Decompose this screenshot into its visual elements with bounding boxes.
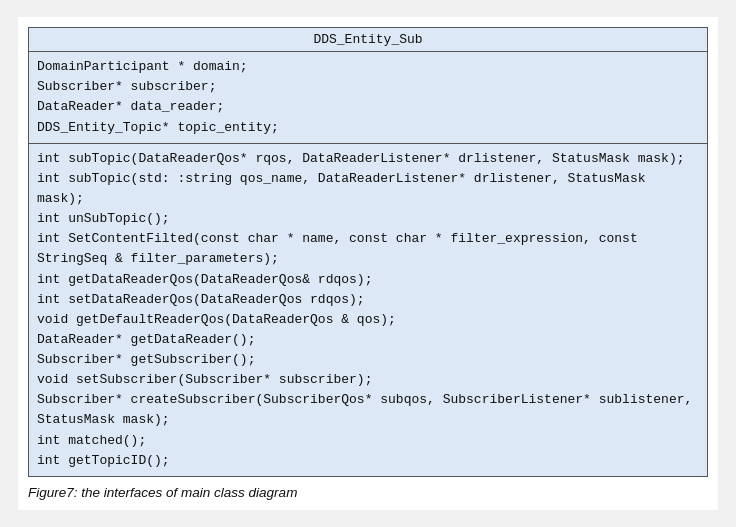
method-1: int subTopic(DataReaderQos* rqos, DataRe…: [37, 149, 699, 169]
fields-section: DomainParticipant * domain; Subscriber* …: [29, 52, 707, 144]
method-7: void getDefaultReaderQos(DataReaderQos &…: [37, 310, 699, 330]
field-3: DataReader* data_reader;: [37, 97, 699, 117]
method-6: int setDataReaderQos(DataReaderQos rdqos…: [37, 290, 699, 310]
method-12: int matched();: [37, 431, 699, 451]
methods-section: int subTopic(DataReaderQos* rqos, DataRe…: [29, 144, 707, 476]
method-3: int unSubTopic();: [37, 209, 699, 229]
field-2: Subscriber* subscriber;: [37, 77, 699, 97]
method-11: Subscriber* createSubscriber(SubscriberQ…: [37, 390, 699, 430]
method-10: void setSubscriber(Subscriber* subscribe…: [37, 370, 699, 390]
method-2: int subTopic(std: :string qos_name, Data…: [37, 169, 699, 209]
main-container: DDS_Entity_Sub DomainParticipant * domai…: [18, 17, 718, 510]
field-4: DDS_Entity_Topic* topic_entity;: [37, 118, 699, 138]
field-1: DomainParticipant * domain;: [37, 57, 699, 77]
method-4: int SetContentFilted(const char * name, …: [37, 229, 699, 269]
diagram-title: DDS_Entity_Sub: [29, 28, 707, 52]
method-13: int getTopicID();: [37, 451, 699, 471]
method-5: int getDataReaderQos(DataReaderQos& rdqo…: [37, 270, 699, 290]
method-9: Subscriber* getSubscriber();: [37, 350, 699, 370]
class-diagram: DDS_Entity_Sub DomainParticipant * domai…: [28, 27, 708, 477]
figure-caption: Figure7: the interfaces of main class di…: [28, 485, 708, 500]
method-8: DataReader* getDataReader();: [37, 330, 699, 350]
